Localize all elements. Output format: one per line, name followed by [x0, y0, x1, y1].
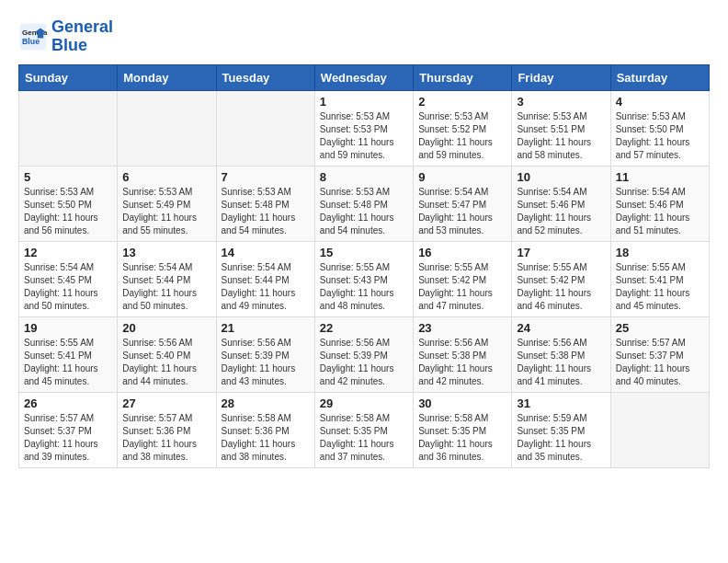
day-number: 5	[24, 170, 112, 184]
day-number: 4	[616, 95, 704, 109]
column-header-tuesday: Tuesday	[216, 64, 314, 90]
day-info: Sunrise: 5:56 AM Sunset: 5:40 PM Dayligh…	[122, 337, 210, 388]
calendar-cell: 13Sunrise: 5:54 AM Sunset: 5:44 PM Dayli…	[118, 241, 216, 316]
logo-text: GeneralBlue	[51, 18, 113, 55]
logo: General Blue GeneralBlue	[18, 18, 113, 55]
day-info: Sunrise: 5:54 AM Sunset: 5:44 PM Dayligh…	[122, 261, 210, 313]
day-info: Sunrise: 5:56 AM Sunset: 5:38 PM Dayligh…	[418, 337, 506, 388]
day-info: Sunrise: 5:53 AM Sunset: 5:48 PM Dayligh…	[222, 186, 310, 237]
column-header-saturday: Saturday	[610, 64, 709, 90]
calendar-cell: 14Sunrise: 5:54 AM Sunset: 5:44 PM Dayli…	[216, 241, 314, 316]
calendar-cell: 24Sunrise: 5:56 AM Sunset: 5:38 PM Dayli…	[512, 316, 610, 392]
day-number: 24	[517, 321, 605, 335]
day-number: 29	[320, 396, 408, 410]
day-number: 16	[418, 246, 506, 259]
day-info: Sunrise: 5:55 AM Sunset: 5:42 PM Dayligh…	[517, 261, 605, 313]
day-info: Sunrise: 5:58 AM Sunset: 5:35 PM Dayligh…	[418, 412, 506, 464]
day-number: 19	[24, 321, 112, 335]
column-header-monday: Monday	[118, 64, 216, 90]
calendar-week-row: 5Sunrise: 5:53 AM Sunset: 5:50 PM Daylig…	[19, 166, 710, 241]
day-number: 23	[418, 321, 506, 335]
day-info: Sunrise: 5:55 AM Sunset: 5:41 PM Dayligh…	[616, 261, 704, 313]
calendar-week-row: 12Sunrise: 5:54 AM Sunset: 5:45 PM Dayli…	[19, 241, 710, 316]
day-info: Sunrise: 5:54 AM Sunset: 5:46 PM Dayligh…	[616, 186, 704, 237]
day-number: 21	[222, 321, 310, 335]
calendar-cell: 31Sunrise: 5:59 AM Sunset: 5:35 PM Dayli…	[512, 392, 610, 467]
day-number: 10	[517, 170, 605, 184]
calendar-cell: 9Sunrise: 5:54 AM Sunset: 5:47 PM Daylig…	[414, 166, 512, 241]
page-header: General Blue GeneralBlue	[18, 18, 710, 55]
calendar-cell: 15Sunrise: 5:55 AM Sunset: 5:43 PM Dayli…	[314, 241, 413, 316]
calendar-cell: 29Sunrise: 5:58 AM Sunset: 5:35 PM Dayli…	[314, 392, 413, 467]
calendar-cell: 27Sunrise: 5:57 AM Sunset: 5:36 PM Dayli…	[118, 392, 216, 467]
calendar-cell: 17Sunrise: 5:55 AM Sunset: 5:42 PM Dayli…	[512, 241, 610, 316]
calendar-cell	[19, 90, 118, 166]
calendar-cell: 20Sunrise: 5:56 AM Sunset: 5:40 PM Dayli…	[118, 316, 216, 392]
calendar-cell: 4Sunrise: 5:53 AM Sunset: 5:50 PM Daylig…	[610, 90, 709, 166]
day-number: 30	[418, 396, 506, 410]
calendar-header-row: SundayMondayTuesdayWednesdayThursdayFrid…	[19, 64, 710, 90]
day-number: 26	[24, 396, 112, 410]
calendar-cell	[118, 90, 216, 166]
day-number: 1	[320, 95, 408, 109]
day-number: 13	[122, 246, 210, 259]
calendar-cell: 28Sunrise: 5:58 AM Sunset: 5:36 PM Dayli…	[216, 392, 314, 467]
day-info: Sunrise: 5:56 AM Sunset: 5:38 PM Dayligh…	[517, 337, 605, 388]
calendar-week-row: 1Sunrise: 5:53 AM Sunset: 5:53 PM Daylig…	[19, 90, 710, 166]
day-info: Sunrise: 5:53 AM Sunset: 5:52 PM Dayligh…	[418, 110, 506, 162]
calendar-cell: 16Sunrise: 5:55 AM Sunset: 5:42 PM Dayli…	[414, 241, 512, 316]
calendar-cell: 26Sunrise: 5:57 AM Sunset: 5:37 PM Dayli…	[19, 392, 118, 467]
day-number: 28	[222, 396, 310, 410]
calendar-cell: 22Sunrise: 5:56 AM Sunset: 5:39 PM Dayli…	[314, 316, 413, 392]
calendar-cell: 12Sunrise: 5:54 AM Sunset: 5:45 PM Dayli…	[19, 241, 118, 316]
calendar-cell	[216, 90, 314, 166]
day-number: 6	[122, 170, 210, 184]
day-info: Sunrise: 5:54 AM Sunset: 5:45 PM Dayligh…	[24, 261, 112, 313]
calendar-week-row: 19Sunrise: 5:55 AM Sunset: 5:41 PM Dayli…	[19, 316, 710, 392]
day-info: Sunrise: 5:55 AM Sunset: 5:42 PM Dayligh…	[418, 261, 506, 313]
day-info: Sunrise: 5:54 AM Sunset: 5:47 PM Dayligh…	[418, 186, 506, 237]
calendar-cell: 10Sunrise: 5:54 AM Sunset: 5:46 PM Dayli…	[512, 166, 610, 241]
calendar-cell: 7Sunrise: 5:53 AM Sunset: 5:48 PM Daylig…	[216, 166, 314, 241]
day-info: Sunrise: 5:54 AM Sunset: 5:46 PM Dayligh…	[517, 186, 605, 237]
calendar-cell: 3Sunrise: 5:53 AM Sunset: 5:51 PM Daylig…	[512, 90, 610, 166]
calendar-table: SundayMondayTuesdayWednesdayThursdayFrid…	[18, 64, 710, 468]
day-info: Sunrise: 5:57 AM Sunset: 5:37 PM Dayligh…	[24, 412, 112, 464]
day-info: Sunrise: 5:53 AM Sunset: 5:51 PM Dayligh…	[517, 110, 605, 162]
calendar-cell: 30Sunrise: 5:58 AM Sunset: 5:35 PM Dayli…	[414, 392, 512, 467]
day-info: Sunrise: 5:53 AM Sunset: 5:49 PM Dayligh…	[122, 186, 210, 237]
calendar-cell: 11Sunrise: 5:54 AM Sunset: 5:46 PM Dayli…	[610, 166, 709, 241]
day-info: Sunrise: 5:57 AM Sunset: 5:36 PM Dayligh…	[122, 412, 210, 464]
day-info: Sunrise: 5:55 AM Sunset: 5:41 PM Dayligh…	[24, 337, 112, 388]
day-number: 12	[24, 246, 112, 259]
day-info: Sunrise: 5:58 AM Sunset: 5:36 PM Dayligh…	[222, 412, 310, 464]
column-header-sunday: Sunday	[19, 64, 118, 90]
day-number: 22	[320, 321, 408, 335]
day-info: Sunrise: 5:53 AM Sunset: 5:53 PM Dayligh…	[320, 110, 408, 162]
calendar-cell: 2Sunrise: 5:53 AM Sunset: 5:52 PM Daylig…	[414, 90, 512, 166]
calendar-cell: 1Sunrise: 5:53 AM Sunset: 5:53 PM Daylig…	[314, 90, 413, 166]
calendar-cell: 18Sunrise: 5:55 AM Sunset: 5:41 PM Dayli…	[610, 241, 709, 316]
svg-text:Blue: Blue	[22, 37, 40, 46]
column-header-friday: Friday	[512, 64, 610, 90]
day-info: Sunrise: 5:56 AM Sunset: 5:39 PM Dayligh…	[320, 337, 408, 388]
day-number: 11	[616, 170, 704, 184]
day-number: 3	[517, 95, 605, 109]
day-info: Sunrise: 5:53 AM Sunset: 5:50 PM Dayligh…	[24, 186, 112, 237]
day-number: 2	[418, 95, 506, 109]
day-info: Sunrise: 5:53 AM Sunset: 5:48 PM Dayligh…	[320, 186, 408, 237]
calendar-cell: 21Sunrise: 5:56 AM Sunset: 5:39 PM Dayli…	[216, 316, 314, 392]
calendar-cell: 8Sunrise: 5:53 AM Sunset: 5:48 PM Daylig…	[314, 166, 413, 241]
day-info: Sunrise: 5:58 AM Sunset: 5:35 PM Dayligh…	[320, 412, 408, 464]
day-number: 15	[320, 246, 408, 259]
day-number: 9	[418, 170, 506, 184]
day-number: 14	[222, 246, 310, 259]
day-number: 31	[517, 396, 605, 410]
day-number: 25	[616, 321, 704, 335]
day-number: 27	[122, 396, 210, 410]
day-number: 7	[222, 170, 310, 184]
day-number: 17	[517, 246, 605, 259]
day-number: 8	[320, 170, 408, 184]
day-info: Sunrise: 5:56 AM Sunset: 5:39 PM Dayligh…	[222, 337, 310, 388]
logo-icon: General Blue	[18, 22, 48, 52]
